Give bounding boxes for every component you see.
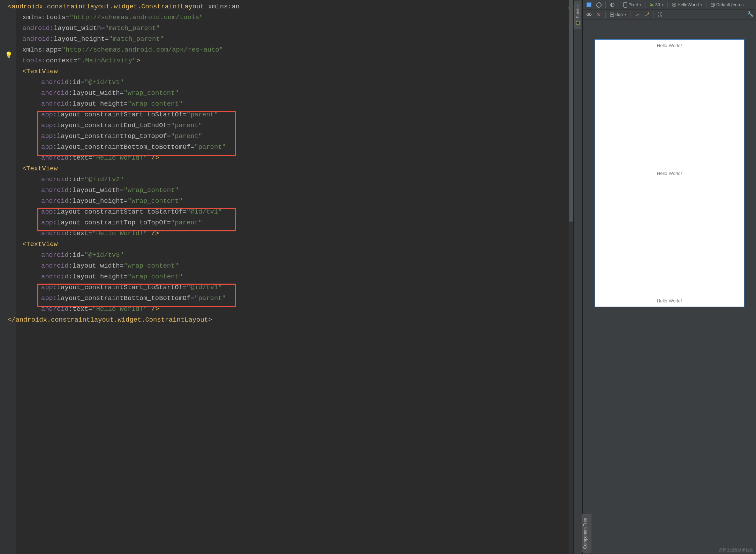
preview-textview-2[interactable]: Hello World!: [657, 171, 682, 176]
device-frame[interactable]: Hello World! Hello World! Hello World!: [595, 39, 744, 307]
svg-marker-24: [659, 12, 661, 13]
svg-rect-3: [587, 3, 591, 7]
svg-point-12: [673, 4, 675, 6]
editor-scrollbar-track[interactable]: [569, 0, 573, 554]
locale-picker-label: Default (en-us: [716, 2, 744, 7]
clear-constraints-icon[interactable]: x: [633, 11, 641, 18]
infer-constraints-icon[interactable]: [643, 11, 651, 18]
preview-textview-3[interactable]: Hello World!: [657, 298, 682, 303]
root-tag: androidx.constraintlayout.widget.Constra…: [12, 3, 204, 10]
api-picker[interactable]: 30: [648, 2, 665, 8]
tag-textview-2: TextView: [26, 165, 58, 172]
preview-textview-1[interactable]: Hello World!: [657, 43, 682, 48]
palette-tab-label: Palette: [575, 5, 580, 18]
preview-toolbar-row-1: Pixel 30 HelloWorld Default (en-us: [583, 0, 756, 10]
device-picker-label: Pixel: [628, 2, 638, 7]
design-surface-icon[interactable]: [585, 1, 593, 8]
editor-scrollbar-thumb[interactable]: [569, 0, 573, 222]
api-picker-label: 30: [655, 2, 660, 7]
phone-icon: [623, 2, 627, 8]
svg-rect-19: [611, 14, 613, 15]
theme-picker[interactable]: HelloWorld: [670, 2, 704, 8]
svg-rect-1: [577, 22, 579, 24]
watermark-text: @稀土掘金技术社区: [719, 547, 753, 553]
default-margin-label: 0dp: [615, 12, 623, 17]
device-picker[interactable]: Pixel: [622, 1, 643, 8]
palette-tab[interactable]: Palette: [574, 1, 581, 29]
theme-icon: [672, 2, 676, 7]
theme-picker-label: HelloWorld: [678, 2, 699, 7]
xml-code-editor[interactable]: 💡 ✓ <androidx.constraintlayout.widget.Co…: [0, 0, 573, 554]
design-canvas[interactable]: Hello World! Hello World! Hello World!: [583, 20, 756, 554]
svg-text:x: x: [638, 14, 639, 17]
layout-preview-panel: Pixel 30 HelloWorld Default (en-us: [582, 0, 756, 554]
view-options-icon[interactable]: [585, 12, 593, 17]
preview-toolbar-row-2: 0dp x: [583, 10, 756, 20]
android-icon: [649, 2, 654, 7]
svg-point-7: [651, 5, 651, 6]
toggle-autoconnect-icon[interactable]: [595, 11, 603, 18]
guidelines-icon[interactable]: [656, 11, 664, 18]
margin-icon: [610, 12, 614, 17]
component-tree-tab-label: Component Tree: [583, 518, 588, 549]
svg-rect-4: [596, 2, 602, 8]
svg-point-8: [652, 5, 653, 6]
palette-icon: [575, 20, 580, 25]
tag-textview-1: TextView: [26, 68, 58, 75]
svg-line-10: [653, 3, 653, 4]
attr-xmlns-tools: xmlns:tools: [22, 14, 66, 21]
svg-rect-6: [623, 2, 627, 7]
locale-picker[interactable]: Default (en-us: [709, 2, 745, 8]
night-mode-icon[interactable]: [608, 1, 617, 8]
component-tree-tab[interactable]: Component Tree: [582, 514, 591, 553]
root-close-tag: androidx.constraintlayout.widget.Constra…: [16, 316, 208, 324]
tag-textview-3: TextView: [26, 240, 58, 248]
side-tab-strip: Palette: [573, 0, 582, 554]
svg-line-9: [650, 3, 651, 4]
attr-xmlns-app: xmlns:app: [22, 46, 58, 54]
orientation-icon[interactable]: [595, 1, 603, 8]
default-margin-picker[interactable]: 0dp: [608, 11, 628, 18]
globe-icon: [710, 2, 715, 7]
svg-point-16: [588, 14, 590, 15]
attributes-wrench-icon[interactable]: 🔧: [747, 11, 753, 17]
